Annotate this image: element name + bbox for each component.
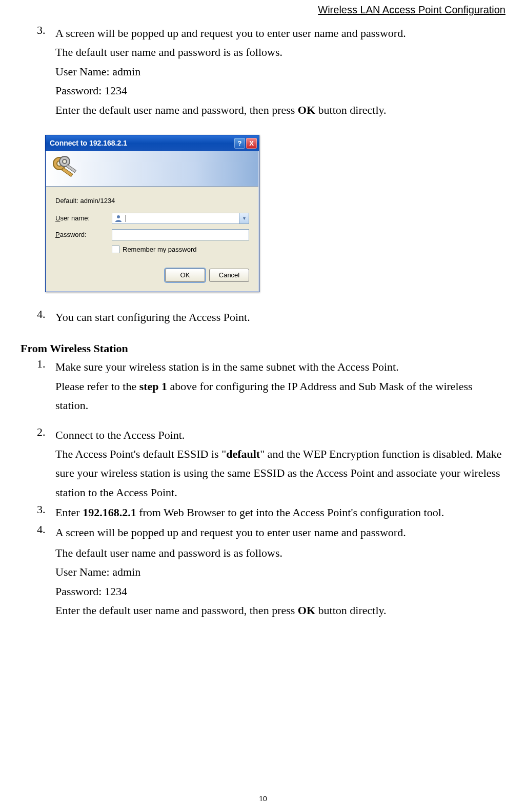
dialog-title: Connect to 192.168.2.1 bbox=[50, 139, 233, 147]
step-text: Please refer to the bbox=[55, 380, 139, 393]
remember-label: Remember my password bbox=[123, 246, 197, 253]
step-text: Enter the default user name and password… bbox=[55, 104, 298, 116]
close-button[interactable]: X bbox=[246, 138, 257, 149]
step-text: You can start configuring the Access Poi… bbox=[55, 311, 250, 323]
step-3: 3. A screen will be popped up and reques… bbox=[35, 24, 505, 119]
text-cursor bbox=[126, 215, 126, 222]
ws-step-3: 3. Enter 192.168.2.1 from Web Browser to… bbox=[35, 503, 505, 522]
dialog-banner bbox=[46, 151, 258, 187]
step-text: button directly. bbox=[315, 104, 387, 116]
essid-default: default bbox=[226, 448, 260, 460]
step-text: from Web Browser to get into the Access … bbox=[136, 506, 444, 519]
cancel-button[interactable]: Cancel bbox=[209, 269, 249, 282]
ok-button[interactable]: OK bbox=[165, 269, 205, 282]
ws-step-1: 1. Make sure your wireless station is in… bbox=[35, 357, 505, 415]
realm-text: Default: admin/1234 bbox=[55, 197, 249, 205]
dialog-titlebar: Connect to 192.168.2.1 ? X bbox=[46, 135, 259, 151]
step-text: The Access Point's default ESSID is " bbox=[55, 448, 226, 460]
step-text: The default user name and password is as… bbox=[55, 546, 282, 559]
auth-dialog: Connect to 192.168.2.1 ? X bbox=[45, 135, 259, 292]
step-text: Make sure your wireless station is in th… bbox=[55, 360, 399, 373]
step-text: Password: 1234 bbox=[55, 84, 127, 97]
user-icon bbox=[114, 214, 123, 222]
username-label: User name: bbox=[55, 214, 112, 222]
svg-point-6 bbox=[117, 215, 120, 218]
step-text: Enter bbox=[55, 506, 83, 519]
step-text: User Name: admin bbox=[55, 65, 140, 78]
step-number: 4. bbox=[35, 308, 55, 327]
svg-point-4 bbox=[63, 159, 67, 164]
step-text: Password: 1234 bbox=[55, 585, 127, 598]
help-button[interactable]: ? bbox=[234, 138, 245, 149]
step-text: Enter the default user name and password… bbox=[55, 604, 298, 617]
section-heading: From Wireless Station bbox=[21, 342, 505, 355]
keys-icon bbox=[50, 154, 81, 182]
step-text: A screen will be popped up and request y… bbox=[55, 526, 406, 539]
step-text: Connect to the Access Point. bbox=[55, 429, 185, 441]
remember-checkbox[interactable] bbox=[112, 246, 119, 253]
step-text: The default user name and password is as… bbox=[55, 46, 282, 58]
step-number: 3. bbox=[35, 24, 55, 119]
step-number: 1. bbox=[35, 357, 55, 415]
password-label: Password: bbox=[55, 231, 112, 238]
ip-address: 192.168.2.1 bbox=[83, 506, 136, 519]
ok-emphasis: OK bbox=[298, 604, 315, 617]
ws-step-4: 4. A screen will be popped up and reques… bbox=[35, 523, 505, 542]
page-header: Wireless LAN Access Point Configuration bbox=[0, 0, 526, 16]
username-input[interactable]: ▾ bbox=[112, 213, 249, 224]
dropdown-arrow-icon[interactable]: ▾ bbox=[239, 213, 249, 224]
ws-step-2: 2. Connect to the Access Point. The Acce… bbox=[35, 425, 505, 502]
ok-emphasis: OK bbox=[298, 104, 315, 116]
step-ref: step 1 bbox=[139, 380, 167, 393]
step-text: A screen will be popped up and request y… bbox=[55, 27, 406, 39]
step-text: User Name: admin bbox=[55, 565, 140, 578]
step-4: 4. You can start configuring the Access … bbox=[35, 308, 505, 327]
step-number: 4. bbox=[35, 523, 55, 542]
step-number: 3. bbox=[35, 503, 55, 522]
page-number: 10 bbox=[0, 795, 526, 803]
step-number: 2. bbox=[35, 425, 55, 502]
password-input[interactable] bbox=[112, 229, 249, 240]
step-text: button directly. bbox=[315, 604, 387, 617]
